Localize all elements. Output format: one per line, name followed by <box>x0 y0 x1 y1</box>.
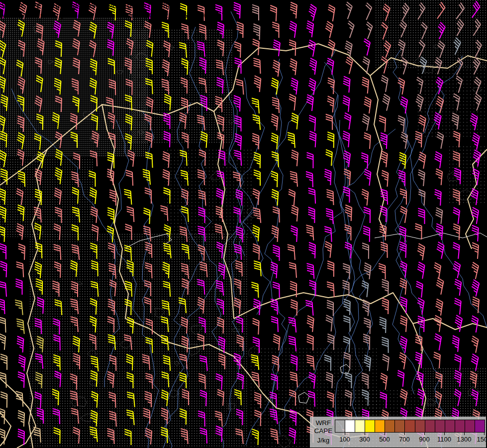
legend-tick-mark <box>464 432 465 435</box>
legend-cell <box>404 420 414 432</box>
legend-cell <box>345 420 355 432</box>
legend-tick-mark <box>424 432 425 435</box>
legend-tick-label: 1300 <box>453 436 475 443</box>
legend-cell <box>365 420 375 432</box>
title-panel: WRF CAPE (J/kg) Friday 05-12-2025 03:00 … <box>0 0 226 21</box>
legend-cell <box>335 420 345 432</box>
title-line-cape: WRF CAPE (J/kg) Friday 05-12-2025 03:00 … <box>2 1 226 10</box>
cape-legend: WRF CAPE J/kg 10030050070090011001300150… <box>310 417 486 448</box>
legend-tick-label: 700 <box>393 436 415 443</box>
legend-cell <box>465 420 475 432</box>
title-line-shear: WRF Wind shear (m/s) 500/1000hPa Friday … <box>2 10 226 20</box>
legend-tick-label: 1500 <box>473 436 487 443</box>
legend-word-wrf: WRF <box>312 419 335 427</box>
legend-cell <box>425 420 435 432</box>
legend-cell <box>375 420 385 432</box>
legend-cell <box>435 420 445 432</box>
legend-tick-mark <box>484 432 485 435</box>
legend-cell <box>455 420 465 432</box>
legend-tick-mark <box>444 432 445 435</box>
legend-tick-label: 500 <box>374 436 395 443</box>
legend-word-unit: J/kg <box>312 437 335 444</box>
legend-tick-mark <box>345 432 345 435</box>
legend-cell <box>355 420 365 432</box>
legend-tick-mark <box>365 432 365 435</box>
legend-tick-label: 100 <box>334 436 356 443</box>
legend-tick-label: 1100 <box>433 436 455 443</box>
legend-cell <box>475 420 485 432</box>
legend-cell <box>394 420 404 432</box>
legend-colorbar <box>335 420 485 433</box>
map-canvas <box>0 0 487 448</box>
legend-tick-mark <box>404 432 405 435</box>
legend-cell <box>445 420 455 432</box>
legend-tick-label: 300 <box>354 436 376 443</box>
weather-map-frame: WRF CAPE (J/kg) Friday 05-12-2025 03:00 … <box>0 0 487 448</box>
legend-cell <box>415 420 425 432</box>
legend-tick-label: 900 <box>413 436 435 443</box>
legend-cell <box>385 420 394 432</box>
legend-tick-mark <box>385 432 385 435</box>
legend-word-cape: CAPE <box>312 427 335 435</box>
